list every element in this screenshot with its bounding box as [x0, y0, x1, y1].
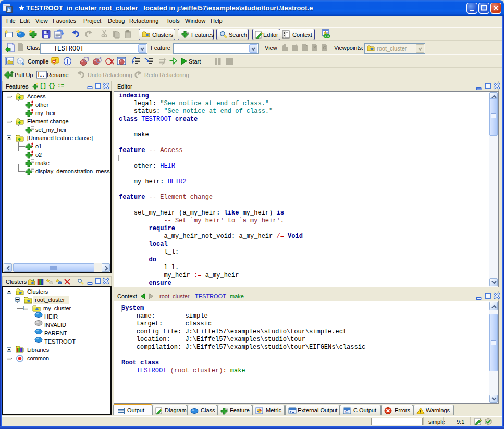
svg-text:I...: I...	[38, 71, 44, 78]
svg-text:C: C	[345, 409, 349, 414]
